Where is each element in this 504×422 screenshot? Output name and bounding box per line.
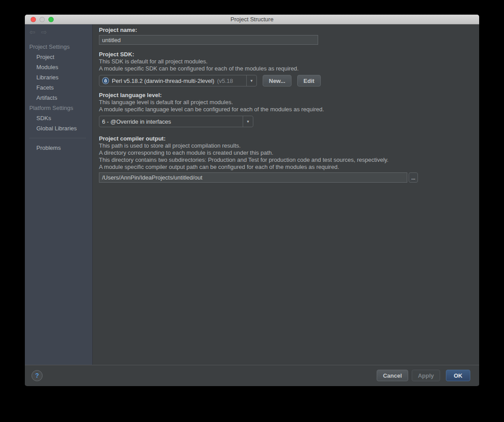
language-level-label: Project language level: bbox=[99, 91, 473, 99]
chevron-down-icon[interactable]: ▼ bbox=[246, 75, 256, 86]
compiler-output-desc-1: This path is used to store all project c… bbox=[99, 142, 473, 149]
sidebar: ⇦ ⇨ Project Settings Project Modules Lib… bbox=[25, 24, 93, 365]
new-sdk-button[interactable]: New... bbox=[263, 75, 291, 86]
sidebar-header-project-settings: Project Settings bbox=[25, 42, 92, 52]
ok-button[interactable]: OK bbox=[446, 370, 470, 381]
sidebar-item-problems[interactable]: Problems bbox=[25, 143, 92, 153]
project-sdk-value: Perl v5.18.2 (darwin-thread-multi-2level… bbox=[112, 78, 214, 84]
cancel-button[interactable]: Cancel bbox=[377, 370, 408, 381]
language-level-desc-2: A module specific language level can be … bbox=[99, 106, 473, 113]
project-name-label: Project name: bbox=[99, 26, 473, 34]
footer-bar: ? Cancel Apply OK bbox=[25, 365, 479, 386]
forward-icon[interactable]: ⇨ bbox=[41, 28, 47, 36]
window-title: Project Structure bbox=[231, 16, 274, 23]
dialog-body: ⇦ ⇨ Project Settings Project Modules Lib… bbox=[25, 24, 479, 365]
sidebar-item-libraries[interactable]: Libraries bbox=[25, 72, 92, 82]
history-nav: ⇦ ⇨ bbox=[25, 27, 92, 42]
project-sdk-select[interactable]: Perl v5.18.2 (darwin-thread-multi-2level… bbox=[99, 75, 257, 86]
sidebar-item-global-libraries[interactable]: Global Libraries bbox=[25, 123, 92, 133]
help-button[interactable]: ? bbox=[32, 370, 43, 381]
project-structure-dialog: Project Structure ⇦ ⇨ Project Settings P… bbox=[25, 15, 479, 386]
sidebar-header-platform-settings: Platform Settings bbox=[25, 103, 92, 113]
sidebar-item-facets[interactable]: Facets bbox=[25, 82, 92, 93]
close-button[interactable] bbox=[31, 17, 36, 22]
language-level-value: 6 - @Override in interfaces bbox=[102, 118, 171, 125]
compiler-output-desc-3: This directory contains two subdirectori… bbox=[99, 156, 473, 164]
project-sdk-desc-2: A module specific SDK can be configured … bbox=[99, 65, 473, 72]
apply-button[interactable]: Apply bbox=[412, 370, 440, 381]
edit-sdk-button[interactable]: Edit bbox=[297, 75, 321, 86]
sidebar-item-sdks[interactable]: SDKs bbox=[25, 113, 92, 123]
language-level-desc-1: This language level is default for all p… bbox=[99, 99, 473, 106]
traffic-lights bbox=[31, 17, 54, 22]
project-sdk-selected: Perl v5.18.2 (darwin-thread-multi-2level… bbox=[99, 75, 246, 86]
zoom-button[interactable] bbox=[48, 17, 54, 22]
compiler-output-input[interactable] bbox=[99, 172, 407, 183]
project-sdk-row: Perl v5.18.2 (darwin-thread-multi-2level… bbox=[99, 75, 473, 86]
project-sdk-label: Project SDK: bbox=[99, 51, 473, 58]
language-level-select[interactable]: 6 - @Override in interfaces ▼ bbox=[99, 116, 253, 127]
chevron-down-icon[interactable]: ▼ bbox=[243, 116, 253, 127]
compiler-output-label: Project compiler output: bbox=[99, 135, 473, 142]
compiler-output-desc-4: A module specific compiler output path c… bbox=[99, 164, 473, 171]
minimize-button[interactable] bbox=[39, 17, 45, 22]
browse-ellipsis-button[interactable]: ... bbox=[409, 172, 418, 183]
sidebar-item-project[interactable]: Project bbox=[25, 52, 92, 62]
sidebar-item-artifacts[interactable]: Artifacts bbox=[25, 93, 92, 103]
project-name-input[interactable] bbox=[99, 35, 318, 45]
back-icon[interactable]: ⇦ bbox=[29, 28, 35, 36]
project-sdk-desc-1: This SDK is default for all project modu… bbox=[99, 58, 473, 65]
sidebar-separator bbox=[29, 138, 86, 138]
titlebar: Project Structure bbox=[25, 15, 479, 24]
perl-sdk-icon bbox=[102, 77, 109, 84]
compiler-output-row: ... bbox=[99, 172, 473, 183]
compiler-output-desc-2: A directory corresponding to each module… bbox=[99, 149, 473, 156]
sidebar-item-modules[interactable]: Modules bbox=[25, 62, 92, 72]
main-panel: Project name: Project SDK: This SDK is d… bbox=[93, 24, 479, 365]
project-sdk-version-suffix: (v5.18 bbox=[217, 78, 233, 84]
